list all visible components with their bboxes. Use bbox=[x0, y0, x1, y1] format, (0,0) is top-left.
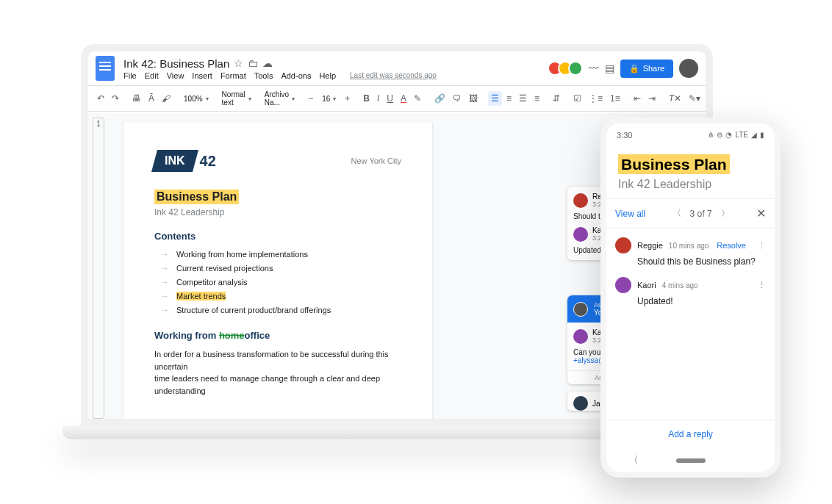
commenter-name: Reggie bbox=[637, 241, 663, 250]
spellcheck-button[interactable]: Ā bbox=[146, 91, 157, 106]
doc-subtitle: Ink 42 Leadership bbox=[154, 207, 401, 217]
toc-item[interactable]: →Current revised projections bbox=[160, 263, 401, 273]
toc-item[interactable]: →Structure of current product/brand offe… bbox=[160, 305, 401, 315]
comment-history-icon[interactable]: ▤ bbox=[605, 62, 614, 74]
font-size-increase[interactable]: + bbox=[342, 91, 353, 106]
signal-icon: ◢ bbox=[751, 131, 757, 140]
bold-button[interactable]: B bbox=[360, 91, 373, 106]
paint-format-button[interactable]: 🖌 bbox=[159, 91, 173, 106]
ruler: 1 bbox=[88, 113, 109, 419]
style-select[interactable]: Normal text bbox=[219, 89, 254, 108]
phone-navbar: 〈 bbox=[606, 448, 775, 472]
align-left-button[interactable]: ☰ bbox=[488, 91, 502, 106]
document-title[interactable]: Ink 42: Business Plan bbox=[123, 57, 229, 70]
menu-tools[interactable]: Tools bbox=[254, 71, 273, 80]
commenter-avatar bbox=[615, 237, 631, 253]
logo-number: 42 bbox=[200, 153, 216, 170]
more-icon[interactable]: ⋮ bbox=[758, 281, 766, 290]
contents-heading: Contents bbox=[154, 231, 401, 242]
commenter-avatar bbox=[573, 396, 588, 411]
arrow-icon: → bbox=[160, 263, 169, 273]
network-label: LTE bbox=[735, 131, 748, 140]
toc-item[interactable]: →Competitor analysis bbox=[160, 277, 401, 287]
logo-text: INK bbox=[165, 154, 185, 168]
menu-help[interactable]: Help bbox=[319, 71, 336, 80]
menu-addons[interactable]: Add-ons bbox=[281, 71, 311, 80]
align-justify-button[interactable]: ≡ bbox=[531, 91, 542, 106]
comment-button[interactable]: 🗨 bbox=[450, 91, 465, 106]
prev-comment-button[interactable]: 〈 bbox=[673, 207, 681, 220]
star-icon[interactable]: ☆ bbox=[234, 57, 243, 69]
menu-view[interactable]: View bbox=[167, 71, 184, 80]
activity-icon[interactable]: 〰 bbox=[589, 62, 599, 74]
print-button[interactable]: 🖶 bbox=[129, 91, 144, 106]
menu-format[interactable]: Format bbox=[220, 71, 246, 80]
editing-mode-button[interactable]: ✎▾ bbox=[686, 91, 703, 106]
resolve-button[interactable]: Resolve bbox=[717, 241, 746, 250]
phone-comment-list: Reggie 10 mins ago Resolve ⋮ Should this… bbox=[606, 228, 775, 420]
edit-status[interactable]: Last edit was seconds ago bbox=[350, 71, 437, 80]
menu-insert[interactable]: Insert bbox=[192, 71, 212, 80]
phone-comment-nav: View all 〈 3 of 7 〉 ✕ bbox=[606, 198, 775, 228]
next-comment-button[interactable]: 〉 bbox=[721, 207, 730, 220]
line-spacing-button[interactable]: ⇵ bbox=[550, 91, 563, 106]
phone-frame: 3:30 ⋔ ⊖ ◔ LTE ◢ ▮ Business Plan Ink 42 … bbox=[600, 118, 781, 478]
align-right-button[interactable]: ☰ bbox=[516, 91, 530, 106]
bluetooth-icon: ⋔ bbox=[708, 131, 714, 140]
align-center-button[interactable]: ≡ bbox=[503, 91, 514, 106]
close-icon[interactable]: ✕ bbox=[756, 206, 766, 220]
account-avatar[interactable] bbox=[679, 59, 698, 78]
redo-button[interactable]: ↷ bbox=[109, 91, 122, 106]
comment-body: Updated! bbox=[637, 296, 766, 306]
font-size[interactable]: 16 bbox=[318, 93, 340, 104]
share-button[interactable]: 🔒 Share bbox=[620, 60, 673, 78]
toc-item[interactable]: →Market trends bbox=[160, 291, 401, 301]
image-button[interactable]: 🖼 bbox=[466, 91, 481, 106]
assignee-avatar bbox=[573, 302, 588, 317]
italic-button[interactable]: I bbox=[374, 91, 382, 106]
phone-comment[interactable]: Reggie 10 mins ago Resolve ⋮ Should this… bbox=[615, 237, 766, 267]
collaborator-avatars[interactable] bbox=[552, 61, 583, 76]
undo-button[interactable]: ↶ bbox=[94, 91, 107, 106]
checklist-button[interactable]: ☑ bbox=[570, 91, 584, 106]
back-button[interactable]: 〈 bbox=[628, 454, 639, 467]
zoom-select[interactable]: 100% bbox=[181, 93, 212, 104]
phone-comment[interactable]: Kaori 4 mins ago ⋮ Updated! bbox=[615, 277, 766, 306]
clear-formatting-button[interactable]: T✕ bbox=[666, 91, 684, 106]
commenter-avatar bbox=[573, 329, 588, 344]
menu-edit[interactable]: Edit bbox=[145, 71, 159, 80]
docs-logo-icon[interactable] bbox=[96, 56, 115, 81]
indent-decrease-button[interactable]: ⇤ bbox=[631, 91, 644, 106]
bulleted-list-button[interactable]: ⋮≡ bbox=[586, 91, 606, 106]
link-button[interactable]: 🔗 bbox=[431, 91, 448, 106]
toc-item[interactable]: →Working from home implementations bbox=[160, 249, 401, 259]
comment-body: Should this be Business plan? bbox=[637, 256, 766, 267]
toolbar: ↶ ↷ 🖶 Ā 🖌 100% Normal text Archivo Na...… bbox=[88, 85, 706, 112]
doc-title: Business Plan bbox=[154, 190, 239, 204]
font-size-decrease[interactable]: − bbox=[305, 91, 316, 106]
indent-increase-button[interactable]: ⇥ bbox=[645, 91, 659, 106]
cloud-status-icon[interactable]: ☁ bbox=[262, 57, 273, 69]
phone-document[interactable]: Business Plan Ink 42 Leadership bbox=[606, 143, 775, 198]
home-pill[interactable] bbox=[676, 458, 706, 463]
add-reply-button[interactable]: Add a reply bbox=[606, 420, 775, 448]
lock-icon: 🔒 bbox=[629, 64, 639, 73]
numbered-list-button[interactable]: 1≡ bbox=[607, 91, 623, 106]
outline-toggle[interactable]: 1 bbox=[93, 118, 104, 419]
move-icon[interactable]: 🗀 bbox=[248, 57, 258, 69]
arrow-icon: → bbox=[160, 305, 169, 315]
font-select[interactable]: Archivo Na... bbox=[262, 89, 298, 108]
document-page[interactable]: INK 42 New York City Business Plan Ink 4… bbox=[123, 122, 432, 419]
underline-button[interactable]: U bbox=[384, 91, 396, 106]
phone-statusbar: 3:30 ⋔ ⊖ ◔ LTE ◢ ▮ bbox=[606, 123, 775, 143]
more-icon[interactable]: ⋮ bbox=[758, 241, 766, 251]
view-all-button[interactable]: View all bbox=[615, 209, 645, 219]
commenter-avatar bbox=[573, 193, 588, 208]
commenter-avatar bbox=[573, 227, 588, 242]
highlight-button[interactable]: ✎ bbox=[411, 91, 424, 106]
menu-bar: File Edit View Insert Format Tools Add-o… bbox=[123, 71, 437, 80]
battery-icon: ▮ bbox=[760, 131, 764, 140]
text-color-button[interactable]: A bbox=[398, 91, 409, 106]
dnd-icon: ⊖ bbox=[717, 131, 722, 140]
menu-file[interactable]: File bbox=[123, 71, 137, 80]
